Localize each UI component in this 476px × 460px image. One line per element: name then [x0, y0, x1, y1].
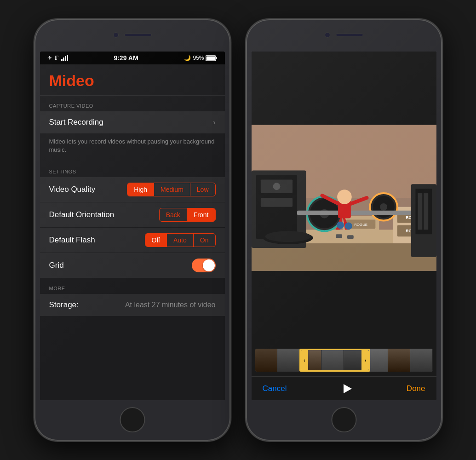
svg-point-15: [273, 183, 280, 190]
svg-point-47: [265, 231, 310, 242]
battery-percent: 95%: [193, 55, 204, 61]
phone-2-speaker: [336, 34, 363, 36]
flash-off-btn[interactable]: Off: [145, 234, 167, 247]
svg-point-29: [380, 203, 387, 211]
phone-1: ✈ 𝚪 9:29 AM 🌙 95%: [34, 18, 231, 442]
editor-toolbar: Cancel Done: [252, 376, 436, 400]
airplane-icon: ✈: [47, 55, 52, 61]
svg-point-38: [337, 221, 344, 229]
phone-2-screen: ROGUE ROGUE ROGUE: [252, 52, 436, 400]
svg-text:ROGUE: ROGUE: [354, 223, 367, 227]
more-section-label: MORE: [40, 278, 225, 294]
grid-toggle[interactable]: [192, 259, 216, 272]
timeline-handle-left[interactable]: ‹: [301, 350, 308, 370]
svg-rect-1: [63, 58, 64, 61]
storage-value: At least 27 minutes of video: [125, 301, 216, 309]
video-editor: ROGUE ROGUE ROGUE: [252, 52, 436, 400]
svg-rect-6: [206, 56, 215, 60]
app-content: Mideo CAPTURE VIDEO Start Recording › Mi…: [40, 64, 225, 400]
cancel-button[interactable]: Cancel: [263, 384, 287, 393]
done-button[interactable]: Done: [407, 384, 425, 393]
svg-rect-40: [336, 234, 342, 238]
storage-label: Storage:: [49, 300, 79, 310]
svg-rect-2: [65, 56, 66, 61]
status-time: 9:29 AM: [114, 54, 138, 62]
start-recording-label: Start Recording: [49, 118, 103, 127]
orientation-back-btn[interactable]: Back: [160, 208, 187, 221]
orientation-front-btn[interactable]: Front: [187, 208, 215, 221]
video-preview: ROGUE ROGUE ROGUE: [252, 52, 436, 344]
orientation-label: Default Orientation: [49, 210, 115, 219]
capture-section-label: CAPTURE VIDEO: [40, 96, 225, 111]
grid-label: Grid: [49, 261, 64, 270]
svg-point-37: [337, 190, 352, 204]
svg-point-39: [344, 222, 352, 230]
front-camera: [113, 32, 119, 38]
phone-1-screen: ✈ 𝚪 9:29 AM 🌙 95%: [40, 52, 225, 400]
chevron-right-icon: ›: [213, 118, 215, 126]
svg-rect-32: [297, 211, 415, 215]
svg-rect-41: [347, 235, 353, 239]
description-text: Mideo lets you record videos without pau…: [40, 134, 225, 161]
video-quality-label: Video Quality: [49, 185, 96, 194]
flash-auto-btn[interactable]: Auto: [167, 234, 194, 247]
default-flash-cell: Default Flash Off Auto On: [40, 228, 225, 253]
phone-2-top-bar: [325, 32, 363, 38]
settings-section-label: SETTINGS: [40, 161, 225, 177]
timeline-frame-8: [410, 349, 432, 372]
video-quality-control[interactable]: High Medium Low: [127, 183, 215, 196]
default-orientation-cell: Default Orientation Back Front: [40, 202, 225, 227]
timeline-area: ‹ ›: [252, 344, 436, 376]
speaker: [124, 34, 152, 36]
quality-low-btn[interactable]: Low: [190, 183, 215, 196]
gym-scene-image: ROGUE ROGUE ROGUE: [252, 52, 436, 344]
app-title: Mideo: [49, 72, 216, 90]
timeline-selection[interactable]: ‹ ›: [299, 349, 370, 372]
quality-medium-btn[interactable]: Medium: [154, 183, 190, 196]
timeline-frame-2: [277, 349, 299, 372]
flash-on-btn[interactable]: On: [194, 234, 215, 247]
timeline-strip[interactable]: ‹ ›: [255, 349, 433, 372]
timeline-handle-right[interactable]: ›: [361, 350, 369, 370]
svg-rect-45: [424, 193, 428, 230]
start-recording-cell[interactable]: Start Recording ›: [40, 111, 225, 133]
svg-rect-14: [260, 198, 292, 207]
status-right: 🌙 95%: [184, 55, 217, 61]
timeline-frame-1: [255, 349, 277, 372]
video-quality-cell: Video Quality High Medium Low: [40, 177, 225, 202]
svg-rect-5: [216, 57, 217, 59]
grid-cell: Grid: [40, 253, 225, 278]
svg-rect-44: [418, 193, 422, 230]
home-button[interactable]: [120, 407, 145, 432]
battery-icon: [206, 55, 217, 61]
status-bar: ✈ 𝚪 9:29 AM 🌙 95%: [40, 52, 225, 64]
phone-2-home-button[interactable]: [331, 407, 356, 432]
orientation-control[interactable]: Back Front: [159, 208, 216, 222]
phone-top-bar: [113, 32, 152, 38]
svg-rect-0: [61, 59, 63, 61]
svg-rect-3: [67, 55, 68, 61]
quality-high-btn[interactable]: High: [127, 183, 154, 196]
phone-2: ROGUE ROGUE ROGUE: [245, 18, 443, 442]
flash-control[interactable]: Off Auto On: [145, 233, 216, 247]
moon-icon: 🌙: [184, 55, 191, 61]
toggle-thumb: [203, 259, 215, 271]
phone-2-camera: [325, 32, 330, 38]
app-header: Mideo: [40, 64, 225, 96]
flash-label: Default Flash: [49, 236, 95, 245]
play-button[interactable]: [338, 380, 355, 397]
play-icon: [344, 384, 352, 393]
timeline-frame-7: [388, 349, 410, 372]
status-left: ✈ 𝚪: [47, 54, 68, 62]
signal-icon: [61, 55, 68, 61]
wifi-icon: 𝚪: [55, 54, 58, 62]
storage-cell: Storage: At least 27 minutes of video: [40, 294, 225, 316]
